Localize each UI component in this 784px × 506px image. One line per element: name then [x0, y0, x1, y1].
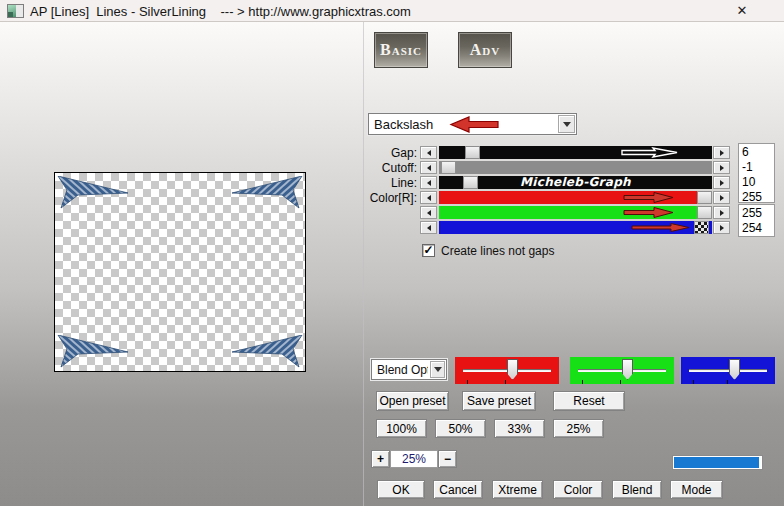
red-level-trackbar[interactable] [455, 357, 559, 384]
color-progress-fill [674, 457, 759, 468]
panel-divider [363, 22, 364, 506]
cutoff-slider-right-button[interactable] [713, 161, 730, 174]
red-right-arrow-icon [623, 207, 675, 218]
save-preset-button[interactable]: Save preset [462, 391, 536, 411]
xtreme-button[interactable]: Xtreme [492, 480, 543, 499]
gap-slider-thumb[interactable] [465, 146, 480, 159]
gap-value: 6 [742, 145, 774, 160]
arrow-left-icon [427, 195, 431, 201]
red-right-arrow-icon [623, 192, 675, 203]
zoom-33-button[interactable]: 33% [494, 419, 545, 438]
dialog-body: Basic Adv Backslash Gap: Cutoff: Line: M… [0, 22, 784, 506]
arrow-left-icon [427, 225, 431, 231]
color-b-value: 254 [742, 221, 774, 236]
ok-button[interactable]: OK [377, 480, 425, 499]
preview-corner-shape [231, 176, 303, 209]
open-preset-button[interactable]: Open preset [376, 391, 449, 411]
tick-mark [582, 380, 583, 384]
tick-mark [620, 380, 621, 384]
line-value: 10 [742, 175, 774, 190]
chevron-down-icon [563, 122, 571, 127]
chevron-down-icon [434, 367, 442, 372]
zoom-100-button[interactable]: 100% [376, 419, 427, 438]
arrow-right-icon [720, 165, 724, 171]
red-slider[interactable] [439, 191, 712, 204]
arrow-left-icon [427, 150, 431, 156]
create-lines-checkbox[interactable]: ✓ [422, 244, 435, 257]
green-slider-thumb[interactable] [697, 206, 712, 219]
title-bar: AP [Lines] Lines - SilverLining --- > ht… [0, 0, 784, 22]
window-title: AP [Lines] Lines - SilverLining --- > ht… [30, 4, 411, 19]
gap-slider-right-button[interactable] [713, 146, 730, 159]
line-label: Line: [330, 176, 417, 190]
line-slider-thumb[interactable] [463, 176, 478, 189]
line-slider-left-button[interactable] [420, 176, 437, 189]
adv-button[interactable]: Adv [458, 32, 512, 68]
pattern-select-dropdown-button[interactable] [558, 115, 575, 133]
check-icon: ✓ [423, 243, 433, 257]
arrow-left-icon [427, 180, 431, 186]
red-left-arrow-icon [449, 116, 499, 133]
tick-mark [467, 380, 468, 384]
gap-slider-left-button[interactable] [420, 146, 437, 159]
cancel-button[interactable]: Cancel [433, 480, 483, 499]
blend-button[interactable]: Blend [612, 480, 662, 499]
zoom-level-field[interactable]: 25% [390, 450, 438, 468]
red-slider-right-button[interactable] [713, 191, 730, 204]
blend-options-dropdown-button[interactable] [430, 361, 445, 378]
green-slider[interactable] [439, 206, 712, 219]
reset-button[interactable]: Reset [553, 391, 625, 411]
basic-button[interactable]: Basic [374, 32, 428, 68]
blend-options-select[interactable]: Blend Opti [371, 359, 447, 380]
green-slider-right-button[interactable] [713, 206, 730, 219]
trackbar-groove [689, 369, 767, 372]
cutoff-slider-thumb[interactable] [441, 161, 456, 174]
blue-level-trackbar[interactable] [681, 357, 775, 384]
mode-button[interactable]: Mode [670, 480, 723, 499]
line-slider[interactable]: Micheleb-Graph [439, 176, 712, 189]
blue-slider-right-button[interactable] [713, 221, 730, 234]
blue-level-thumb[interactable] [729, 359, 740, 380]
app-icon [7, 4, 24, 18]
close-icon[interactable]: ✕ [732, 2, 752, 20]
gap-label: Gap: [330, 146, 417, 160]
color-g-value: 255 [742, 206, 774, 221]
red-right-arrow-icon [631, 222, 691, 233]
green-level-thumb[interactable] [622, 359, 633, 380]
color-button[interactable]: Color [553, 480, 603, 499]
arrow-right-icon [720, 195, 724, 201]
blue-slider-left-button[interactable] [420, 221, 437, 234]
zoom-25-button[interactable]: 25% [553, 419, 604, 438]
color-r-label: Color[R]: [330, 191, 417, 205]
create-lines-label: Create lines not gaps [441, 244, 554, 258]
arrow-right-icon [720, 180, 724, 186]
cutoff-label: Cutoff: [330, 161, 417, 175]
green-level-trackbar[interactable] [570, 357, 674, 384]
red-slider-thumb[interactable] [697, 191, 712, 204]
zoom-50-button[interactable]: 50% [435, 419, 486, 438]
blend-options-value: Blend Opti [377, 363, 428, 377]
gap-slider[interactable] [439, 146, 712, 159]
preview-corner-shape [57, 335, 129, 368]
line-slider-watermark: Micheleb-Graph [439, 176, 712, 189]
slider-value-box-bottom[interactable]: 255 254 [738, 204, 775, 237]
green-slider-left-button[interactable] [420, 206, 437, 219]
zoom-plus-button[interactable]: + [371, 450, 390, 468]
tick-mark [693, 380, 694, 384]
cutoff-slider[interactable] [439, 161, 712, 174]
arrow-right-icon [720, 150, 724, 156]
tick-mark [505, 380, 506, 384]
arrow-left-icon [427, 210, 431, 216]
cutoff-slider-left-button[interactable] [420, 161, 437, 174]
zoom-minus-button[interactable]: − [438, 450, 457, 468]
blue-slider[interactable] [439, 221, 712, 234]
line-slider-right-button[interactable] [713, 176, 730, 189]
slider-value-box-top[interactable]: 6 -1 10 255 [738, 143, 775, 203]
tick-mark [727, 380, 728, 384]
pattern-select[interactable]: Backslash [368, 113, 577, 135]
blue-slider-thumb[interactable] [694, 221, 709, 234]
cutoff-value: -1 [742, 160, 774, 175]
color-r-value: 255 [742, 190, 774, 205]
red-level-thumb[interactable] [507, 359, 518, 380]
red-slider-left-button[interactable] [420, 191, 437, 204]
